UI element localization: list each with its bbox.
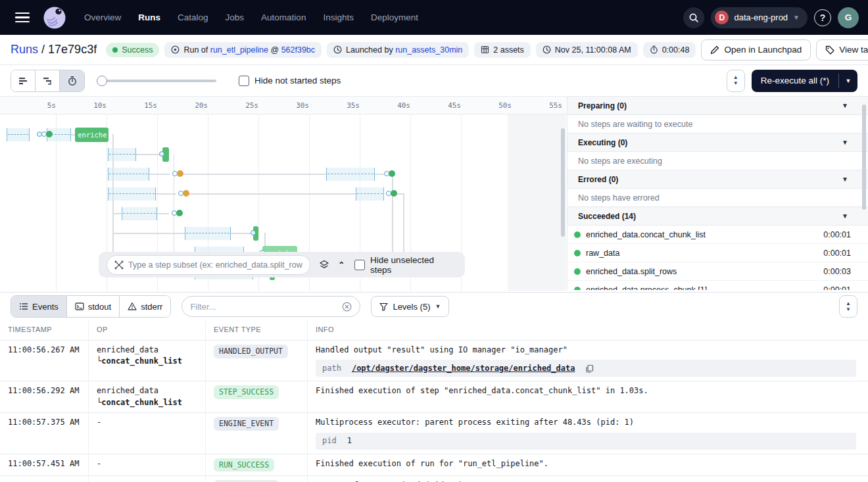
gantt-pending-marker (251, 230, 256, 235)
nav-item-deployment[interactable]: Deployment (371, 12, 418, 22)
nav-item-overview[interactable]: Overview (84, 12, 121, 22)
breadcrumb-runs-link[interactable]: Runs (11, 43, 38, 56)
panel-step-row[interactable]: raw_data0:00:01 (567, 244, 868, 262)
gantt-flat-view-button[interactable] (11, 70, 36, 91)
gantt-step-bar-labeled[interactable]: enriche. (75, 128, 108, 142)
gantt-waiting-bar[interactable] (108, 187, 157, 201)
gantt-expand-collapse-button[interactable]: ▲▼ (727, 70, 745, 92)
slider-knob[interactable] (97, 76, 107, 86)
panel-scrollbar[interactable] (862, 105, 866, 210)
log-filter-input[interactable] (190, 302, 337, 312)
run-tag-1[interactable]: Launched by run_assets_30min (327, 42, 469, 58)
gantt-waiting-bar[interactable] (108, 148, 136, 161)
metadata-value[interactable]: /opt/dagster/dagster_home/storage/enrich… (352, 363, 575, 374)
log-event-row[interactable]: 11:00:57.489 AM-ENGINE_EVENTProcess for … (0, 476, 868, 482)
run-tag-0[interactable]: Run of run_etl_pipeline @ 562f39bc (164, 42, 322, 58)
panel-step-row[interactable]: enriched_data.process_chunk [1]0:00:01 (567, 281, 868, 290)
tab-stderr[interactable]: stderr (120, 296, 170, 317)
tab-events[interactable]: Events (11, 296, 67, 317)
view-tags-config-button[interactable]: View tags and config (816, 39, 868, 60)
nav-item-runs[interactable]: Runs (138, 12, 160, 22)
gantt-waiting-bar[interactable] (356, 187, 384, 201)
gantt-waiting-bar[interactable] (122, 207, 157, 220)
open-in-launchpad-button[interactable]: Open in Launchpad (701, 39, 811, 60)
gantt-chart[interactable]: 5s10s15s20s25s30s35s40s45s50s55s enriche… (0, 97, 567, 291)
log-event-row[interactable]: 11:00:57.451 AM-RUN_SUCCESSFinished exec… (0, 454, 868, 477)
tab-stdout[interactable]: stdout (67, 296, 120, 317)
panel-section-0[interactable]: Preparing (0)▼ (567, 97, 868, 115)
reexecute-caret[interactable]: ▼ (839, 70, 857, 92)
hamburger-menu-icon[interactable] (9, 6, 36, 30)
hide-not-started-checkbox[interactable] (239, 76, 249, 86)
tag-text: Run of run_etl_pipeline @ 562f39bc (183, 45, 315, 55)
log-event-row[interactable]: 11:00:56.292 AMenriched_data└concat_chun… (0, 381, 868, 413)
nav-item-jobs[interactable]: Jobs (226, 12, 245, 22)
event-type-badge: ENGINE_EVENT (214, 417, 279, 431)
run-tag-2[interactable]: 2 assets (474, 42, 531, 58)
clear-filter-icon[interactable] (342, 302, 352, 312)
event-timestamp: 11:00:57.375 AM (0, 413, 89, 453)
event-op: - (89, 413, 206, 453)
nav-item-insights[interactable]: Insights (323, 12, 354, 22)
gantt-waiting-bar[interactable] (7, 128, 30, 141)
top-nav: OverviewRunsCatalogJobsAutomationInsight… (0, 0, 868, 35)
panel-empty-message: No steps have errored (567, 189, 868, 207)
chevron-down-icon: ▼ (842, 176, 848, 183)
reexecute-button[interactable]: Re-execute all (*) ▼ (752, 70, 857, 92)
gantt-zoom-slider[interactable] (97, 76, 216, 86)
step-subset-input[interactable] (128, 260, 302, 270)
log-column-header: TIMESTAMP (0, 320, 89, 340)
run-tag-3[interactable]: Nov 25, 11:00:08 AM (536, 42, 638, 58)
gantt-waiting-bar[interactable] (108, 168, 149, 181)
metadata-key: pid (322, 435, 337, 446)
event-type-badge: RUN_SUCCESS (214, 458, 274, 472)
event-info: Process for run exited (pid: 1). (308, 476, 868, 482)
collapse-caret-icon[interactable]: ⌃ (338, 260, 345, 270)
panel-section-1[interactable]: Executing (0)▼ (567, 133, 868, 152)
dagster-logo[interactable] (42, 5, 67, 30)
search-icon[interactable] (683, 7, 704, 28)
log-sort-button[interactable]: ▲▼ (839, 295, 857, 318)
levels-filter-button[interactable]: Levels (5) ▼ (371, 296, 449, 317)
gantt-waterfall-view-button[interactable] (36, 70, 60, 91)
panel-step-row[interactable]: enriched_data.split_rows0:00:03 (567, 262, 868, 281)
layers-icon[interactable] (319, 260, 329, 270)
avatar[interactable]: G (838, 7, 859, 28)
nav-item-automation[interactable]: Automation (261, 12, 306, 22)
chevron-down-icon: ▼ (842, 102, 848, 109)
event-timestamp: 11:00:57.489 AM (0, 476, 89, 482)
gantt-connector-line (156, 193, 176, 195)
panel-section-title: Errored (0) (578, 175, 618, 184)
log-column-header: OP (89, 320, 206, 340)
run-tag-4[interactable]: 0:00:48 (643, 42, 696, 58)
event-info: Multiprocess executor: parent process ex… (308, 413, 868, 453)
breadcrumb-separator: / (41, 43, 45, 56)
gantt-waiting-bar[interactable] (185, 227, 231, 240)
tag-link[interactable]: run_etl_pipeline (210, 45, 268, 55)
tag-link[interactable]: 562f39bc (281, 45, 315, 55)
header-buttons: Open in Launchpad View tags and config ▼ (701, 39, 868, 60)
event-op: enriched_data└concat_chunk_list (89, 341, 206, 381)
tag-link[interactable]: run_assets_30min (395, 45, 462, 55)
log-event-row[interactable]: 11:00:57.375 AM-ENGINE_EVENTMultiprocess… (0, 413, 868, 454)
gantt-waiting-bar[interactable] (326, 168, 375, 181)
tag-text: 0:00:48 (662, 45, 690, 55)
workspace-switcher[interactable]: D data-eng-prod ▼ (711, 7, 808, 28)
gantt-connector-line (149, 174, 170, 175)
gantt-scrollbar[interactable] (561, 128, 565, 237)
hide-unselected-checkbox[interactable] (354, 260, 365, 270)
copy-icon[interactable] (585, 364, 594, 373)
help-icon[interactable]: ? (814, 9, 831, 26)
panel-section-3[interactable]: Succeeded (14)▼ (567, 207, 868, 226)
gantt-unreached-region (508, 114, 566, 291)
nav-item-catalog[interactable]: Catalog (178, 12, 208, 22)
log-event-row[interactable]: 11:00:56.267 AMenriched_data└concat_chun… (0, 341, 868, 381)
panel-section-2[interactable]: Errored (0)▼ (567, 170, 868, 189)
gantt-timed-view-button[interactable] (60, 70, 84, 91)
event-info-text: Handled output "result" using IO manager… (316, 345, 860, 356)
tag-text: 2 assets (493, 45, 524, 55)
step-name: enriched_data.concat_chunk_list (586, 230, 706, 239)
panel-step-row[interactable]: enriched_data.concat_chunk_list0:00:01 (567, 226, 868, 244)
event-timestamp: 11:00:57.451 AM (0, 454, 89, 476)
step-success-dot (574, 287, 581, 291)
